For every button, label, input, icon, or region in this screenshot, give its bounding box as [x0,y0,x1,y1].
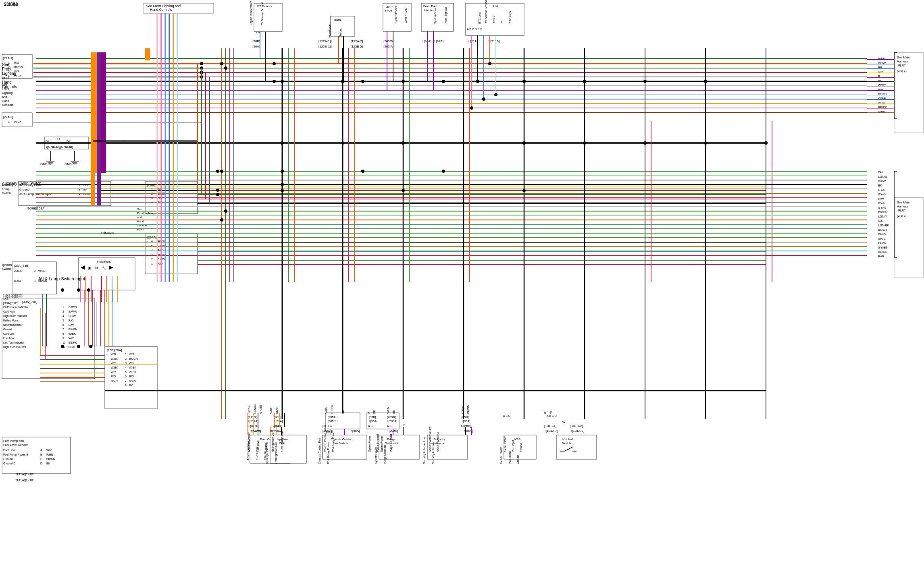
svg-text:↓ [109B][109A]: ↓ [109B][109A] [24,207,45,210]
svg-text:(2 of 3): (2 of 3) [897,214,907,218]
svg-text:HornPower: HornPower [328,23,331,37]
svg-text:Battery Fuse: Battery Fuse [3,319,18,322]
svg-text:5: 5 [62,319,64,322]
svg-text:5: 5 [125,371,127,373]
svg-text:[95B]: [95B] [369,415,376,419]
svg-text:2000Ω: 2000Ω [14,269,23,272]
svg-text:Rear Ignition Coil: Rear Ignition Coil [271,432,275,452]
svg-text:P6A Relay Power: P6A Relay Power [327,442,330,464]
svg-text:High Beam Indicator: High Beam Indicator [3,315,27,318]
svg-text:1  4: 1 4 [328,425,332,427]
svg-text:V/GN: V/GN [325,407,328,414]
svg-text:5V Sensor Ground: 5V Sensor Ground [261,2,264,25]
svg-text:W/BK: W/BK [111,357,118,360]
svg-text:BK/GN: BK/GN [69,328,77,331]
svg-text:1: 1 [125,353,127,356]
svg-point-457 [220,170,223,173]
svg-text:[117B]: [117B] [248,415,257,419]
svg-text:Front Ignition Coil: Front Ignition Coil [281,431,284,452]
svg-point-386 [442,80,445,83]
svg-text:ACR Enable: ACR Enable [405,7,408,23]
wiring-diagram: 232381 See Front Lighting and Hand Contr… [0,0,924,574]
svg-text:B: B [40,453,42,456]
svg-rect-398 [91,52,95,205]
svg-text:GND 3-2: GND 3-2 [65,162,77,166]
svg-text:W/Y: W/Y [46,449,52,452]
see-front-lighting-label: SeeFrontLightingandHandControls [2,62,17,89]
svg-text:[20B][20A]: [20B][20A] [107,348,122,352]
svg-text:VSS Input: VSS Input [508,451,512,464]
svg-text:↓ [90B]: ↓ [90B] [250,39,260,43]
svg-point-464 [281,80,284,83]
svg-text:C: C [40,458,42,460]
svg-text:Harness: Harness [897,205,908,208]
svg-text:[22A-2]: [22A-2] [3,115,13,119]
svg-text:ACR: ACR [386,5,393,9]
svg-text:[39A][39B]: [39A][39B] [22,300,37,304]
svg-text:GY/N: GY/N [878,201,885,205]
svg-text:GY/N: GY/N [878,188,885,192]
svg-text:GND 3-1: GND 3-1 [40,162,53,166]
svg-text:8: 8 [62,332,64,335]
svg-text:R/O: R/O [878,219,884,223]
svg-text:↑[83A]: ↑[83A] [274,419,283,423]
svg-text:▣: ▣ [88,266,92,270]
svg-text:BK: BK [46,462,50,465]
svg-text:4: 4 [125,366,127,369]
svg-point-414 [216,170,219,173]
svg-point-418 [442,170,445,173]
svg-point-459 [224,66,227,70]
svg-text:Lamp: Lamp [2,187,10,191]
svg-text:BK/GN: BK/GN [878,210,887,214]
svg-text:A  B: A B [368,425,373,427]
svg-text:LGN/Y: LGN/Y [878,215,887,218]
svg-text:(3 of 3): (3 of 3) [897,69,907,73]
svg-text:↑[65A]: ↑[65A] [462,419,470,423]
svg-text:GY/BE: GY/BE [878,246,887,249]
svg-text:BK: BK [373,410,376,414]
svg-text:7: 7 [125,379,127,382]
svg-text:AUX Lamp Switch Input: AUX Lamp Switch Input [19,192,52,196]
svg-text:↑ [90A]: ↑ [90A] [250,45,260,48]
svg-text:Front Lighting: Front Lighting [137,212,154,215]
svg-text:R: R [367,412,370,414]
svg-text:GY/O: GY/O [878,193,886,196]
svg-text:BE/PK: BE/PK [69,341,77,344]
svg-text:Ground: Ground [516,455,519,464]
svg-text:W/Y: W/Y [69,337,74,340]
svg-text:↑[209A]: ↑[209A] [387,429,398,433]
svg-text:W: W [562,420,566,424]
svg-text:Fuel Level: Fuel Level [3,449,17,452]
svg-point-486 [522,80,526,83]
svg-text:A  B  C  D  E  F: A B C D E F [467,28,482,31]
svg-point-488 [522,189,526,192]
svg-text:BK: BK [129,384,133,387]
svg-point-460 [224,209,227,213]
svg-point-384 [273,80,276,83]
svg-text:↑[141A][141B]: ↑[141A][141B] [14,472,34,476]
svg-text:1: 1 [34,280,36,282]
svg-text:Ignition: Ignition [2,263,12,267]
svg-text:Controls: Controls [2,103,13,107]
svg-point-447 [470,106,473,110]
svg-text:VSS Input: VSS Input [512,440,515,452]
svg-text:R/W: R/W [878,255,884,258]
svg-rect-111 [145,234,198,274]
svg-text:BE/V: BE/V [275,407,278,414]
svg-text:W/BK: W/BK [69,332,76,335]
svg-text:1: 1 [8,120,10,123]
svg-text:1  1: 1 1 [56,138,60,141]
svg-point-491 [643,80,647,83]
svg-point-429 [61,288,64,292]
svg-text:←: ← [123,182,127,187]
svg-text:GN/V: GN/V [878,237,885,240]
aux-lamp-switch-input-label: AUX Lamp Switch Input [38,276,85,281]
svg-text:Harness: Harness [897,60,908,63]
svg-text:LGN/BE: LGN/BE [254,403,256,414]
svg-text:CAN High: CAN High [3,310,15,313]
svg-text:GN: GN [878,170,882,174]
svg-text:Fuel Level: Fuel Level [256,439,259,452]
svg-text:←: ← [146,240,149,243]
svg-text:BE/O: BE/O [69,346,75,348]
svg-point-450 [488,62,491,65]
